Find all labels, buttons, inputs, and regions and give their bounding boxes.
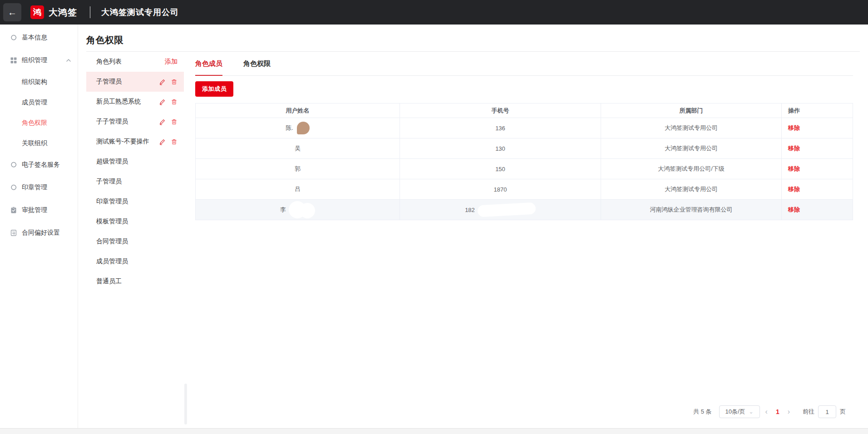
sidebar-item-seal-management[interactable]: 印章管理: [0, 176, 78, 199]
role-name: 子管理员: [96, 78, 159, 86]
sidebar-item-role-permission[interactable]: 角色权限: [0, 113, 78, 133]
scrollbar-thumb[interactable]: [184, 384, 187, 424]
redaction-blob: [297, 122, 310, 134]
edit-icon[interactable]: [159, 79, 166, 85]
sidebar-item-basic-info[interactable]: 基本信息: [0, 26, 78, 49]
brand-name: 大鸿签: [49, 6, 77, 19]
member-phone: 182: [465, 207, 475, 213]
pagination: 共 5 条 10条/页 ⌄ ‹ 1 › 前往 页: [693, 405, 846, 418]
role-name: 测试账号-不要操作: [96, 138, 159, 146]
delete-icon[interactable]: [171, 99, 178, 105]
role-detail-panel: 角色成员 角色权限 添加成员 用户姓名 手机号 所属部门 操作 陈.: [187, 52, 860, 428]
tab-bar: 角色成员 角色权限: [195, 52, 853, 76]
sidebar-item-label: 基本信息: [22, 34, 47, 42]
table-row: 吴 130 大鸿签测试专用公司 移除: [196, 138, 853, 159]
edit-icon[interactable]: [159, 118, 166, 125]
sidebar-item-contract-preference[interactable]: 合同偏好设置: [0, 222, 78, 244]
role-row-actions: [159, 79, 178, 85]
role-row[interactable]: 合同管理员: [86, 232, 184, 252]
sidebar-item-member-management[interactable]: 成员管理: [0, 92, 78, 113]
prev-page-button[interactable]: ‹: [760, 408, 773, 416]
sidebar-item-related-org[interactable]: 关联组织: [0, 133, 78, 153]
role-row[interactable]: 子子管理员: [86, 112, 184, 132]
goto-page-input[interactable]: [818, 405, 836, 418]
remove-member-button[interactable]: 移除: [788, 186, 800, 192]
sidebar-item-label: 印章管理: [22, 183, 47, 192]
sidebar-item-esign-service[interactable]: 电子签名服务: [0, 153, 78, 176]
top-bar: ← 鸿 大鸿签 大鸿签测试专用公司: [0, 0, 868, 25]
member-department: 大鸿签测试专用公司: [601, 118, 782, 138]
role-row[interactable]: 普通员工: [86, 271, 184, 291]
member-name: 吴: [196, 138, 400, 159]
remove-member-button[interactable]: 移除: [788, 124, 800, 131]
members-table: 用户姓名 手机号 所属部门 操作 陈. 136 大鸿签测试专用公司 移除: [195, 103, 853, 220]
tab-role-permissions[interactable]: 角色权限: [243, 52, 271, 75]
role-row[interactable]: 新员工熟悉系统: [86, 92, 184, 112]
sidebar-item-label: 成员管理: [22, 99, 47, 107]
add-role-button[interactable]: 添加: [165, 58, 178, 66]
edit-icon[interactable]: [159, 138, 166, 145]
role-row-actions: [159, 118, 178, 125]
page-size-select[interactable]: 10条/页 ⌄: [719, 405, 760, 418]
role-row-selected[interactable]: 子管理员: [86, 72, 184, 92]
grid-icon: [10, 57, 17, 64]
table-header-row: 用户姓名 手机号 所属部门 操作: [196, 104, 853, 118]
role-row[interactable]: 成员管理员: [86, 252, 184, 271]
column-header-department: 所属部门: [601, 104, 782, 118]
role-list-scrollbar[interactable]: [184, 52, 187, 428]
delete-icon[interactable]: [171, 79, 178, 85]
sidebar-item-label: 电子签名服务: [22, 161, 60, 169]
current-page[interactable]: 1: [773, 408, 782, 415]
role-name: 模板管理员: [96, 217, 178, 226]
column-header-name: 用户姓名: [196, 104, 400, 118]
clipboard-check-icon: [10, 207, 17, 214]
sidebar-item-label: 组织架构: [22, 78, 47, 86]
back-button[interactable]: ←: [3, 3, 21, 21]
page-title: 角色权限: [78, 25, 868, 46]
role-name: 新员工熟悉系统: [96, 98, 159, 106]
chevron-up-icon: [66, 58, 71, 63]
member-name: 陈.: [286, 124, 293, 132]
role-name: 普通员工: [96, 277, 178, 286]
remove-member-button[interactable]: 移除: [788, 145, 800, 152]
next-page-button[interactable]: ›: [782, 408, 795, 416]
sidebar-item-label: 关联组织: [22, 139, 47, 148]
sidebar-item-org-structure[interactable]: 组织架构: [0, 72, 78, 92]
page-unit-label: 页: [840, 408, 846, 416]
role-row[interactable]: 子管理员: [86, 172, 184, 192]
goto-label: 前往: [803, 408, 814, 416]
role-row-actions: [159, 99, 178, 105]
role-name: 印章管理员: [96, 197, 178, 206]
role-row[interactable]: 超级管理员: [86, 152, 184, 172]
back-arrow-icon: ←: [8, 7, 17, 18]
role-row[interactable]: 模板管理员: [86, 212, 184, 232]
member-phone: 150: [400, 159, 601, 179]
delete-icon[interactable]: [171, 138, 178, 145]
member-name: 吕: [196, 179, 400, 200]
column-header-action: 操作: [782, 104, 853, 118]
tab-role-members[interactable]: 角色成员: [195, 52, 222, 75]
sidebar-item-approval-management[interactable]: 审批管理: [0, 199, 78, 222]
horizontal-scrollbar[interactable]: [0, 428, 868, 434]
sidebar: 基本信息 组织管理 组织架构 成员管理 角色权限 关联组织 电子签名服务: [0, 25, 78, 428]
remove-member-button[interactable]: 移除: [788, 165, 800, 172]
delete-icon[interactable]: [171, 118, 178, 125]
sidebar-item-label: 组织管理: [22, 56, 47, 64]
add-member-button[interactable]: 添加成员: [195, 81, 233, 97]
redaction-blob: [477, 202, 536, 217]
role-name: 子管理员: [96, 178, 178, 186]
member-department: 河南鸿纵企业管理咨询有限公司: [601, 200, 782, 220]
app-logo-icon: 鸿: [30, 5, 44, 19]
role-name: 成员管理员: [96, 257, 178, 266]
member-name: 郭: [196, 159, 400, 179]
role-row[interactable]: 测试账号-不要操作: [86, 132, 184, 152]
main-content: 角色权限 角色列表 添加 子管理员 新员工熟悉系统: [78, 25, 868, 428]
sidebar-item-org-management[interactable]: 组织管理: [0, 49, 78, 72]
member-phone: 136: [400, 118, 601, 138]
role-row[interactable]: 印章管理员: [86, 192, 184, 212]
sidebar-item-label: 合同偏好设置: [22, 229, 60, 237]
edit-icon[interactable]: [159, 99, 166, 105]
member-phone: 1870: [400, 179, 601, 200]
role-list-header: 角色列表 添加: [86, 52, 184, 72]
remove-member-button[interactable]: 移除: [788, 206, 800, 213]
